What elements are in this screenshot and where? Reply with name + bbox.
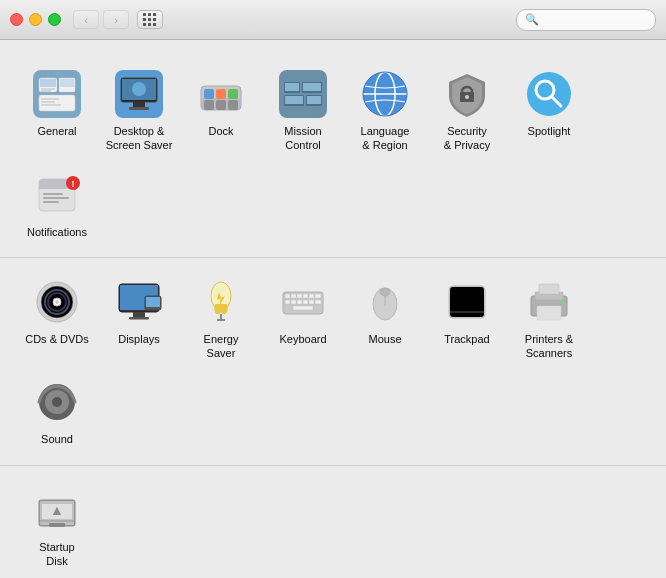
grid-view-button[interactable] xyxy=(137,10,163,29)
desktop-screensaver-icon xyxy=(113,68,165,120)
icons-grid-hardware2: ▲ StartupDisk xyxy=(16,476,650,577)
svg-rect-61 xyxy=(133,312,145,317)
svg-rect-72 xyxy=(303,294,308,298)
svg-rect-91 xyxy=(539,284,559,294)
pref-item-energy-saver[interactable]: EnergySaver xyxy=(180,268,262,369)
search-box[interactable]: 🔍 xyxy=(516,9,656,31)
svg-point-41 xyxy=(527,72,571,116)
section-personal: General Desktop &Screen Saver Dock xyxy=(0,50,666,258)
traffic-lights xyxy=(10,13,61,26)
svg-rect-29 xyxy=(303,83,321,91)
pref-item-displays[interactable]: Displays xyxy=(98,268,180,369)
svg-rect-86 xyxy=(450,287,484,317)
grid-icon xyxy=(143,13,157,27)
svg-rect-33 xyxy=(307,96,321,104)
pref-item-mission-control[interactable]: MissionControl xyxy=(262,60,344,161)
icons-grid-personal: General Desktop &Screen Saver Dock xyxy=(16,60,650,247)
svg-point-56 xyxy=(55,300,59,304)
pref-item-startup-disk[interactable]: ▲ StartupDisk xyxy=(16,476,98,577)
pref-item-cds-dvds[interactable]: CDs & DVDs xyxy=(16,268,98,369)
general-icon xyxy=(31,68,83,120)
svg-rect-22 xyxy=(204,100,214,110)
svg-rect-71 xyxy=(297,294,302,298)
dock-icon xyxy=(195,68,247,120)
main-content: General Desktop &Screen Saver Dock xyxy=(0,40,666,578)
svg-rect-79 xyxy=(309,300,314,304)
svg-rect-47 xyxy=(43,193,63,195)
language-region-label: Language& Region xyxy=(361,124,410,153)
pref-item-notifications[interactable]: ! Notifications xyxy=(16,161,98,247)
energy-saver-icon xyxy=(195,276,247,328)
svg-rect-62 xyxy=(129,317,149,320)
close-button[interactable] xyxy=(10,13,23,26)
svg-text:!: ! xyxy=(72,179,75,189)
dock-label: Dock xyxy=(208,124,233,138)
pref-item-language-region[interactable]: Language& Region xyxy=(344,60,426,161)
back-button[interactable]: ‹ xyxy=(73,10,99,29)
svg-rect-24 xyxy=(228,100,238,110)
svg-rect-27 xyxy=(285,83,299,91)
svg-rect-6 xyxy=(60,79,74,87)
pref-item-security-privacy[interactable]: Security& Privacy xyxy=(426,60,508,161)
minimize-button[interactable] xyxy=(29,13,42,26)
icons-grid-hardware: CDs & DVDs Displays EnergySaver xyxy=(16,268,650,455)
search-icon: 🔍 xyxy=(525,13,539,26)
svg-rect-99 xyxy=(49,523,65,527)
energy-saver-label: EnergySaver xyxy=(204,332,239,361)
pref-item-printers-scanners[interactable]: Printers &Scanners xyxy=(508,268,590,369)
svg-rect-77 xyxy=(297,300,302,304)
pref-item-mouse[interactable]: Mouse xyxy=(344,268,426,369)
svg-rect-75 xyxy=(285,300,290,304)
startup-disk-label: StartupDisk xyxy=(39,540,74,569)
security-privacy-icon xyxy=(441,68,493,120)
pref-item-spotlight[interactable]: Spotlight xyxy=(508,60,590,161)
svg-rect-14 xyxy=(133,102,145,107)
printers-scanners-label: Printers &Scanners xyxy=(525,332,573,361)
search-input[interactable] xyxy=(543,13,643,27)
svg-rect-74 xyxy=(315,294,321,298)
svg-point-40 xyxy=(465,95,469,99)
general-label: General xyxy=(37,124,76,138)
pref-item-desktop-screensaver[interactable]: Desktop &Screen Saver xyxy=(98,60,180,161)
svg-point-84 xyxy=(380,288,390,296)
pref-item-general[interactable]: General xyxy=(16,60,98,161)
cds-dvds-icon xyxy=(31,276,83,328)
svg-rect-81 xyxy=(293,306,313,310)
svg-rect-73 xyxy=(309,294,314,298)
svg-point-16 xyxy=(132,82,146,96)
trackpad-icon xyxy=(441,276,493,328)
section-hardware2: ▲ StartupDisk xyxy=(0,466,666,578)
svg-rect-64 xyxy=(146,297,160,307)
svg-rect-19 xyxy=(204,89,214,99)
sound-label: Sound xyxy=(41,432,73,446)
pref-item-dock[interactable]: Dock xyxy=(180,60,262,161)
svg-rect-90 xyxy=(537,306,561,320)
svg-rect-23 xyxy=(216,100,226,110)
spotlight-icon xyxy=(523,68,575,120)
displays-icon xyxy=(113,276,165,328)
svg-rect-7 xyxy=(39,95,75,111)
displays-label: Displays xyxy=(118,332,160,346)
svg-rect-25 xyxy=(279,70,327,118)
trackpad-label: Trackpad xyxy=(444,332,489,346)
pref-item-keyboard[interactable]: Keyboard xyxy=(262,268,344,369)
pref-item-trackpad[interactable]: Trackpad xyxy=(426,268,508,369)
mouse-label: Mouse xyxy=(368,332,401,346)
forward-button[interactable]: › xyxy=(103,10,129,29)
svg-rect-20 xyxy=(216,89,226,99)
pref-item-sound[interactable]: Sound xyxy=(16,368,98,454)
security-privacy-label: Security& Privacy xyxy=(444,124,490,153)
svg-rect-80 xyxy=(315,300,321,304)
mission-control-icon xyxy=(277,68,329,120)
maximize-button[interactable] xyxy=(48,13,61,26)
startup-disk-icon: ▲ xyxy=(31,484,83,536)
notifications-label: Notifications xyxy=(27,225,87,239)
svg-rect-21 xyxy=(228,89,238,99)
notifications-icon: ! xyxy=(31,169,83,221)
svg-rect-48 xyxy=(43,197,69,199)
svg-text:▲: ▲ xyxy=(50,502,64,518)
svg-rect-70 xyxy=(291,294,296,298)
nav-buttons: ‹ › xyxy=(73,10,129,29)
svg-rect-49 xyxy=(43,201,59,203)
svg-rect-31 xyxy=(285,96,303,104)
